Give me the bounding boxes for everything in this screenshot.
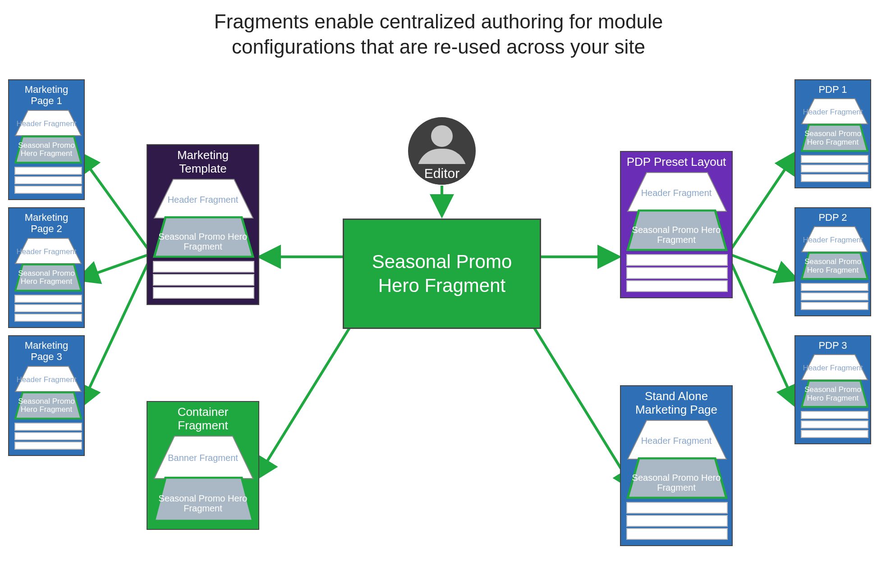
banner-fragment: Banner Fragment [153, 435, 253, 481]
fragment-label: Header Fragment [153, 195, 253, 205]
header-fragment: Header Fragment [14, 237, 78, 266]
fragment-label: Seasonal Promo Hero Fragment [801, 386, 865, 402]
header-fragment: Header Fragment [801, 98, 865, 127]
marketing-page-2: Marketing Page 2 Header Fragment Seasona… [8, 207, 85, 328]
fragment-label: Seasonal Promo Hero Fragment [153, 493, 253, 513]
svg-line-8 [730, 153, 796, 250]
card-title: Marketing Page 2 [14, 212, 78, 235]
pdp-preset-layout: PDP Preset Layout Header Fragment Season… [620, 151, 733, 298]
svg-line-2 [257, 324, 352, 478]
fragment-label: Header Fragment [14, 248, 78, 256]
promo-fragment: Seasonal Promo Hero Fragment [626, 457, 726, 501]
card-title: Marketing Page 3 [14, 340, 78, 363]
fragment-label: Seasonal Promo Hero Fragment [14, 141, 78, 158]
fragment-label: Header Fragment [626, 436, 726, 446]
header-fragment: Header Fragment [153, 178, 253, 221]
editor-label: Editor [408, 164, 476, 185]
svg-line-9 [730, 255, 796, 279]
svg-line-7 [81, 261, 149, 406]
diagram-canvas: Fragments enable centralized authoring f… [0, 0, 877, 588]
fragment-label: Header Fragment [626, 188, 726, 198]
fragment-label: Seasonal Promo Hero Fragment [626, 473, 726, 492]
pdp-page-1: PDP 1 Header Fragment Seasonal Promo Her… [794, 79, 871, 188]
marketing-page-3: Marketing Page 3 Header Fragment Seasona… [8, 335, 85, 456]
fragment-label: Header Fragment [14, 376, 78, 384]
card-title: PDP 2 [801, 212, 865, 223]
card-title: Container Fragment [153, 406, 253, 433]
central-fragment-line2: Hero Fragment [378, 275, 505, 296]
user-icon: Editor [408, 117, 476, 185]
card-title: PDP 3 [801, 340, 865, 351]
card-title: MarketingTemplate [153, 149, 253, 176]
container-fragment: Container Fragment Banner Fragment Seaso… [147, 401, 259, 530]
standalone-marketing-page: Stand AloneMarketing Page Header Fragmen… [620, 385, 733, 546]
editor-icon: Editor [408, 117, 476, 185]
header-fragment: Header Fragment [626, 172, 726, 214]
header-fragment: Header Fragment [801, 354, 865, 383]
promo-fragment: Seasonal Promo Hero Fragment [153, 477, 253, 524]
promo-fragment: Seasonal Promo Hero Fragment [14, 264, 78, 293]
promo-fragment: Seasonal Promo Hero Fragment [801, 252, 865, 282]
promo-fragment: Seasonal Promo Hero Fragment [801, 380, 865, 410]
svg-line-4 [532, 324, 634, 489]
svg-line-6 [79, 255, 149, 279]
card-title: PDP Preset Layout [626, 155, 726, 169]
header-fragment: Header Fragment [14, 365, 78, 394]
promo-fragment: Seasonal Promo Hero Fragment [153, 216, 253, 260]
central-fragment-card: Seasonal Promo Hero Fragment [343, 219, 541, 329]
svg-line-5 [79, 153, 149, 250]
promo-fragment: Seasonal Promo Hero Fragment [14, 136, 78, 165]
diagram-title-line1: Fragments enable centralized authoring f… [0, 10, 877, 34]
card-title: PDP 1 [801, 84, 865, 95]
fragment-label: Header Fragment [801, 364, 865, 373]
header-fragment: Header Fragment [801, 226, 865, 255]
marketing-page-1: Marketing Page 1 Header Fragment Seasona… [8, 79, 85, 200]
fragment-label: Header Fragment [801, 236, 865, 245]
diagram-title-line2: configurations that are re-used across y… [0, 35, 877, 59]
fragment-label: Seasonal Promo Hero Fragment [14, 397, 78, 414]
promo-fragment: Seasonal Promo Hero Fragment [626, 210, 726, 253]
fragment-label: Seasonal Promo Hero Fragment [801, 258, 865, 274]
promo-fragment: Seasonal Promo Hero Fragment [14, 392, 78, 421]
header-fragment: Header Fragment [626, 419, 726, 462]
promo-fragment: Seasonal Promo Hero Fragment [801, 124, 865, 154]
header-fragment: Header Fragment [14, 109, 78, 138]
card-title: Stand AloneMarketing Page [626, 390, 726, 417]
card-title: Marketing Page 1 [14, 84, 78, 107]
pdp-page-3: PDP 3 Header Fragment Seasonal Promo Her… [794, 335, 871, 444]
fragment-label: Header Fragment [14, 120, 78, 128]
fragment-label: Header Fragment [801, 108, 865, 117]
svg-line-10 [730, 261, 796, 406]
fragment-label: Seasonal Promo Hero Fragment [626, 225, 726, 245]
fragment-label: Seasonal Promo Hero Fragment [801, 130, 865, 146]
marketing-template: MarketingTemplate Header Fragment Season… [147, 144, 259, 305]
central-fragment-line1: Seasonal Promo [372, 251, 512, 272]
fragment-label: Seasonal Promo Hero Fragment [153, 232, 253, 251]
pdp-page-2: PDP 2 Header Fragment Seasonal Promo Her… [794, 207, 871, 316]
fragment-label: Seasonal Promo Hero Fragment [14, 269, 78, 286]
fragment-label: Banner Fragment [153, 453, 253, 463]
